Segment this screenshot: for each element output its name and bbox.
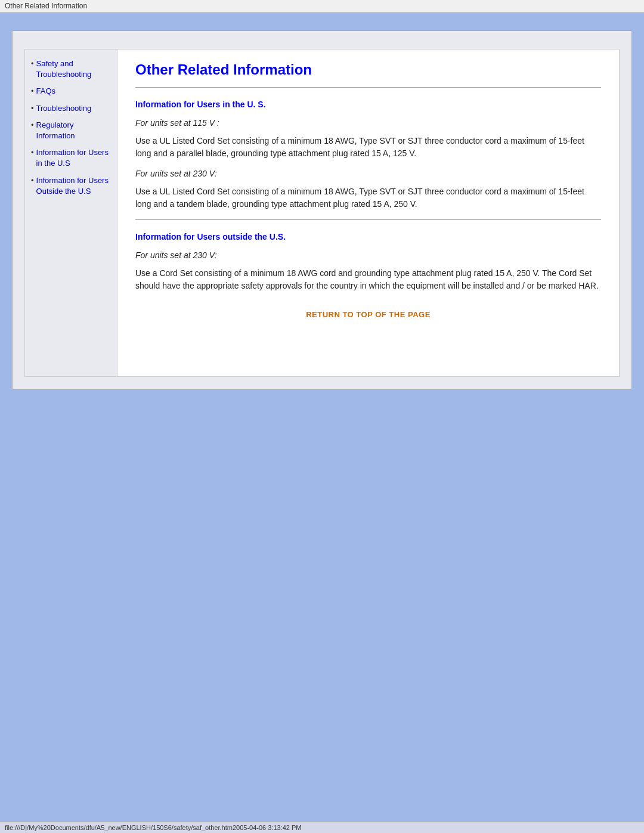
status-bar: file:///D|/My%20Documents/dfu/A5_new/ENG… [0, 822, 644, 833]
section2-title: Information for Users outside the U.S. [135, 232, 601, 241]
sidebar: • Safety and Troubleshooting • FAQs • Tr… [25, 49, 117, 376]
page-title: Other Related Information [135, 61, 601, 78]
divider-2 [135, 219, 601, 220]
browser-outer: • Safety and Troubleshooting • FAQs • Tr… [12, 30, 632, 389]
section1-body1: Use a UL Listed Cord Set consisting of a… [135, 135, 601, 160]
sidebar-link-faqs[interactable]: FAQs [36, 86, 56, 97]
title-bar: Other Related Information [0, 0, 644, 13]
section1-body2: Use a UL Listed Cord Set consisting of a… [135, 185, 601, 210]
divider-1 [135, 87, 601, 88]
section1-italic2: For units set at 230 V: [135, 169, 601, 178]
main-content: Other Related Information Information fo… [117, 49, 619, 376]
bullet-icon: • [31, 59, 34, 68]
sidebar-item-faqs: • FAQs [31, 86, 111, 99]
bullet-icon: • [31, 176, 34, 185]
sidebar-item-regulatory: • Regulatory Information [31, 120, 111, 144]
sidebar-item-users-us: • Information for Users in the U.S [31, 147, 111, 171]
bullet-icon: • [31, 86, 34, 95]
bullet-icon: • [31, 148, 34, 157]
return-to-top-link[interactable]: RETURN TO TOP OF THE PAGE [135, 310, 601, 319]
section2-body1: Use a Cord Set consisting of a minimum 1… [135, 267, 601, 292]
title-bar-text: Other Related Information [5, 2, 87, 10]
sidebar-link-users-outside[interactable]: Information for Users Outside the U.S [36, 175, 111, 197]
sidebar-item-safety: • Safety and Troubleshooting [31, 58, 111, 82]
section1-italic1: For units set at 115 V : [135, 118, 601, 128]
sidebar-item-users-outside: • Information for Users Outside the U.S [31, 175, 111, 199]
sidebar-link-users-us[interactable]: Information for Users in the U.S [36, 147, 111, 169]
section2-italic1: For units set at 230 V: [135, 250, 601, 260]
sidebar-link-troubleshooting[interactable]: Troubleshooting [36, 103, 92, 114]
bullet-icon: • [31, 120, 34, 129]
sidebar-link-safety[interactable]: Safety and Troubleshooting [36, 58, 111, 80]
sidebar-item-troubleshooting: • Troubleshooting [31, 103, 111, 116]
content-box: • Safety and Troubleshooting • FAQs • Tr… [24, 49, 620, 377]
status-bar-text: file:///D|/My%20Documents/dfu/A5_new/ENG… [5, 824, 302, 831]
bullet-icon: • [31, 104, 34, 113]
sidebar-link-regulatory[interactable]: Regulatory Information [36, 120, 111, 141]
section1-title: Information for Users in the U. S. [135, 100, 601, 109]
